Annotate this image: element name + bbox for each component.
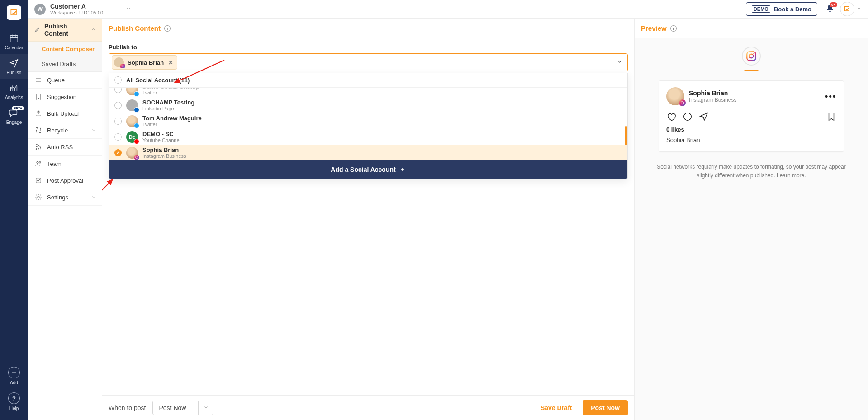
chip-remove-button[interactable]: ✕ [168, 59, 173, 66]
rail-analytics[interactable]: Analytics [0, 79, 28, 104]
preview-caption: Sophia Brian [666, 137, 697, 143]
publish-to-selector[interactable]: Sophia Brian ✕ [109, 53, 628, 71]
account-sub: Linkedin Page [142, 106, 194, 111]
sidebar-item-bulk-upload[interactable]: Bulk Upload [28, 105, 102, 122]
rail-calendar[interactable]: Calendar [0, 29, 28, 54]
sidebar-item-team[interactable]: Team [28, 156, 102, 172]
post-now-button[interactable]: Post Now [583, 400, 628, 415]
workspace-subtitle: Workspace · UTC 05:00 [50, 10, 103, 15]
sidebar-item-label: Queue [47, 77, 65, 84]
add-social-account-button[interactable]: Add a Social Account ＋ [109, 160, 627, 179]
account-radio[interactable] [114, 88, 122, 93]
gear-icon [34, 193, 43, 201]
twitter-badge-icon [134, 91, 139, 97]
account-option[interactable]: SOCHAMP Testing Linkedin Page [109, 97, 627, 113]
account-avatar [126, 147, 138, 159]
account-radio-checked[interactable] [114, 149, 122, 156]
left-rail: Calendar Publish Analytics BETA Engage A… [0, 0, 28, 420]
account-avatar: Dc [126, 131, 138, 143]
instagram-badge-icon [120, 63, 125, 69]
instagram-badge-icon [679, 99, 686, 106]
workspace-switcher[interactable]: W Customer A Workspace · UTC 05:00 [34, 3, 131, 15]
chevron-up-icon [91, 26, 96, 33]
account-option[interactable]: Dc DEMO - SC Youtube Channel [109, 129, 627, 145]
preview-column: Preview i [635, 19, 697, 420]
account-option[interactable]: Tom Andrew Maguire Twitter [109, 113, 627, 129]
twitter-badge-icon [134, 123, 139, 128]
rail-analytics-label: Analytics [5, 95, 23, 100]
svg-rect-16 [679, 99, 686, 106]
sidebar-item-recycle[interactable]: Recycle [28, 122, 102, 139]
svg-point-1 [36, 149, 37, 150]
heart-icon[interactable] [666, 112, 676, 122]
topbar: W Customer A Workspace · UTC 05:00 DEMO … [28, 0, 697, 19]
svg-point-8 [123, 65, 124, 65]
sidebar-item-label: Bulk Upload [47, 110, 79, 117]
pencil-icon [34, 26, 41, 34]
account-option-selected[interactable]: Sophia Brian Instagram Business [109, 145, 627, 160]
sidebar-section-publish-content[interactable]: Publish Content [28, 19, 102, 42]
chevron-down-icon[interactable] [617, 59, 623, 66]
chip-name: Sophia Brian [128, 59, 164, 66]
account-name: Sophia Brian [142, 146, 186, 153]
svg-line-12 [102, 179, 113, 228]
account-list[interactable]: Demo Social Champ Twitter SOCHAMP Testin… [109, 88, 627, 160]
beta-badge: BETA [12, 106, 24, 110]
instagram-badge-icon [134, 155, 139, 160]
sidebar-item-queue[interactable]: Queue [28, 72, 102, 89]
account-sub: Twitter [142, 122, 202, 127]
sidebar-item-label: Post Approval [47, 177, 83, 184]
preview-avatar [666, 87, 684, 105]
plus-icon [8, 367, 20, 378]
account-option[interactable]: Demo Social Champ Twitter [109, 88, 627, 97]
rail-add[interactable]: Add [8, 363, 20, 389]
app-logo[interactable] [7, 5, 21, 20]
sidebar-sub-saved-drafts[interactable]: Saved Drafts [28, 57, 102, 71]
chip-avatar [114, 57, 124, 67]
svg-point-5 [38, 196, 39, 198]
publish-column: Publish Content i Publish to Sophia Bria… [102, 19, 635, 420]
when-to-post-select[interactable]: Post Now [152, 401, 213, 415]
account-sub: Youtube Channel [142, 137, 180, 143]
sidebar-sub-content-composer[interactable]: Content Composer [28, 42, 102, 57]
save-draft-button[interactable]: Save Draft [541, 404, 572, 411]
workspace-name: Customer A [50, 3, 103, 10]
sidebar-item-suggestion[interactable]: Suggestion [28, 89, 102, 105]
bookmark-icon [34, 93, 43, 100]
when-to-post-label: When to post [109, 404, 146, 411]
rail-publish[interactable]: Publish [0, 54, 28, 79]
svg-rect-9 [134, 155, 139, 160]
scrollbar-thumb[interactable] [625, 126, 627, 145]
rail-help[interactable]: ? Help [8, 389, 20, 415]
recycle-icon [34, 127, 43, 134]
all-accounts-radio[interactable] [114, 76, 122, 84]
info-icon[interactable]: i [164, 25, 171, 32]
calendar-icon [0, 33, 28, 43]
svg-point-2 [37, 161, 38, 163]
sidebar-item-post-approval[interactable]: Post Approval [28, 172, 102, 189]
account-sub: Instagram Business [142, 153, 186, 159]
account-name: Tom Andrew Maguire [142, 115, 202, 122]
info-icon[interactable]: i [670, 25, 677, 32]
account-radio[interactable] [114, 102, 122, 109]
rail-engage-label: Engage [6, 120, 22, 125]
comment-icon[interactable] [683, 112, 693, 122]
account-avatar [126, 99, 138, 111]
all-accounts-label: All Social Account (11) [126, 77, 190, 84]
rail-engage[interactable]: BETA Engage [0, 104, 28, 128]
rail-help-label: Help [9, 406, 19, 411]
sidebar-item-label: Settings [47, 194, 68, 201]
account-radio[interactable] [114, 133, 122, 141]
account-avatar [126, 115, 138, 127]
sidebar-item-label: Auto RSS [47, 144, 73, 151]
sidebar-item-auto-rss[interactable]: Auto RSS [28, 139, 102, 156]
account-radio[interactable] [114, 118, 122, 125]
chevron-down-icon [126, 5, 131, 13]
send-icon [0, 58, 28, 68]
approval-icon [34, 177, 43, 184]
svg-rect-0 [10, 36, 18, 42]
chevron-down-icon[interactable] [198, 401, 213, 415]
sidebar-section-title: Publish Content [44, 23, 87, 37]
instagram-preview-card: Sophia Brian Instagram Business ••• 0 li… [659, 80, 697, 152]
sidebar-item-settings[interactable]: Settings [28, 189, 102, 206]
